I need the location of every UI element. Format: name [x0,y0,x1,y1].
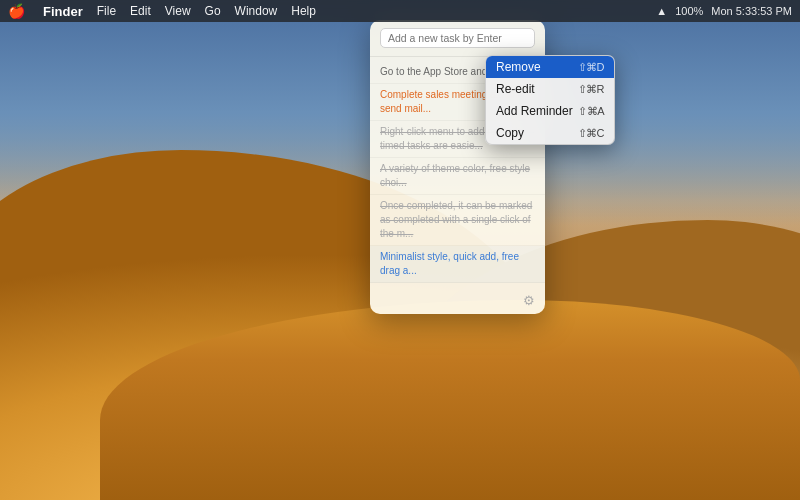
context-menu-reedit-label: Re-edit [496,82,535,96]
todo-item-3[interactable]: A variety of theme color, free style cho… [370,158,545,195]
menubar-edit[interactable]: Edit [130,4,151,18]
menubar-right: ▲ 100% Mon 5:33:53 PM [656,5,792,17]
todo-input-area [370,20,545,57]
context-menu-reedit-shortcut: ⇧⌘R [578,83,604,96]
clock-label: Mon 5:33:53 PM [711,5,792,17]
context-menu-copy-label: Copy [496,126,524,140]
todo-footer: ⚙ [370,287,545,314]
context-menu-reedit[interactable]: Re-edit ⇧⌘R [486,78,614,100]
battery-label: 100% [675,5,703,17]
context-menu-copy-shortcut: ⇧⌘C [578,127,604,140]
context-menu-add-reminder-label: Add Reminder [496,104,573,118]
wifi-icon[interactable]: ▲ [656,5,667,17]
menubar: 🍎 Finder File Edit View Go Window Help ▲… [0,0,800,22]
context-menu-copy[interactable]: Copy ⇧⌘C [486,122,614,144]
todo-item-4[interactable]: Once completed, it can be marked as comp… [370,195,545,246]
menubar-go[interactable]: Go [205,4,221,18]
gear-icon[interactable]: ⚙ [523,293,535,308]
context-menu-remove-shortcut: ⇧⌘D [578,61,604,74]
menubar-view[interactable]: View [165,4,191,18]
apple-logo-icon[interactable]: 🍎 [8,3,25,19]
todo-item-5[interactable]: Minimalist style, quick add, free drag a… [370,246,545,283]
todo-input[interactable] [380,28,535,48]
menubar-file[interactable]: File [97,4,116,18]
context-menu-add-reminder[interactable]: Add Reminder ⇧⌘A [486,100,614,122]
menubar-window[interactable]: Window [235,4,278,18]
context-menu-remove-label: Remove [496,60,541,74]
menubar-help[interactable]: Help [291,4,316,18]
context-menu: Remove ⇧⌘D Re-edit ⇧⌘R Add Reminder ⇧⌘A … [485,55,615,145]
menubar-app-name[interactable]: Finder [43,4,83,19]
context-menu-add-reminder-shortcut: ⇧⌘A [578,105,604,118]
context-menu-remove[interactable]: Remove ⇧⌘D [486,56,614,78]
menubar-left: 🍎 Finder File Edit View Go Window Help [8,3,316,19]
